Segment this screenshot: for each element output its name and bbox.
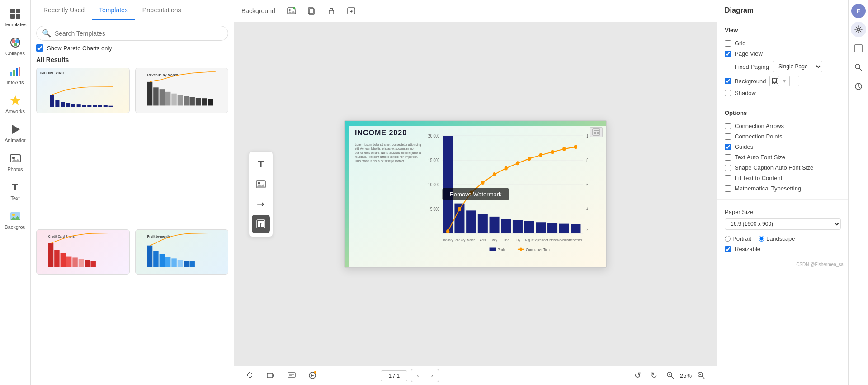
svg-rect-101	[547, 223, 557, 233]
palette-image-btn[interactable]	[252, 175, 270, 193]
sidebar-item-animations[interactable]: Animatior	[0, 119, 30, 147]
slide-corner-icon[interactable]	[590, 127, 603, 137]
sidebar-item-text[interactable]: T Text	[0, 177, 30, 204]
redo-btn[interactable]: ↻	[647, 369, 661, 382]
prev-page-btn[interactable]: ‹	[411, 369, 425, 382]
svg-rect-36	[177, 95, 182, 106]
pareto-filter-label[interactable]: Show Pareto Charts only	[47, 45, 112, 52]
guides-checkbox[interactable]	[725, 144, 731, 150]
shadow-checkbox[interactable]	[725, 90, 731, 96]
guides-label[interactable]: Guides	[735, 143, 753, 150]
svg-rect-23	[77, 104, 81, 107]
pareto-filter-checkbox[interactable]	[36, 44, 43, 52]
tab-recently-used[interactable]: Recently Used	[36, 0, 92, 20]
canvas-main: T ↗ Remove Watermark INCOME 2020 Lorem i…	[234, 22, 717, 366]
search-input[interactable]	[55, 30, 222, 37]
next-page-btn[interactable]: ›	[425, 369, 439, 382]
zoom-in-btn[interactable]	[694, 369, 708, 382]
svg-rect-11	[19, 67, 20, 76]
svg-text:15,000: 15,000	[428, 158, 439, 163]
template-card-revenue[interactable]: Revenue by Month	[135, 68, 229, 113]
sidebar-item-label: Templates	[4, 22, 26, 27]
sidebar-item-collages[interactable]: Collages	[0, 33, 30, 60]
grid-checkbox[interactable]	[725, 40, 731, 47]
palette-text-btn[interactable]: T	[252, 155, 270, 173]
svg-point-107	[481, 181, 484, 185]
page-view-checkbox[interactable]	[725, 51, 731, 57]
svg-text:Cumulative Total: Cumulative Total	[526, 247, 550, 252]
timer-btn[interactable]: ⏱	[243, 369, 257, 382]
toolbar-copy-btn[interactable]	[304, 4, 319, 18]
video-btn[interactable]	[264, 369, 278, 382]
svg-line-147	[702, 376, 704, 379]
tab-templates[interactable]: Templates	[92, 0, 135, 20]
fit-text-checkbox[interactable]	[725, 175, 731, 181]
zoom-out-btn[interactable]	[664, 369, 677, 382]
page-view-label[interactable]: Page View	[735, 50, 763, 57]
toolbar-lock-btn[interactable]	[324, 4, 339, 18]
grid-label[interactable]: Grid	[735, 40, 746, 47]
portrait-label[interactable]: Portrait	[725, 235, 751, 242]
animate-btn[interactable]	[306, 369, 319, 382]
history-btn[interactable]	[851, 79, 866, 94]
svg-rect-3	[16, 14, 20, 19]
sidebar-item-label: Text	[10, 195, 19, 201]
svg-rect-43	[48, 243, 53, 267]
background-label[interactable]: Background	[735, 78, 766, 85]
resizable-label[interactable]: Resizable	[735, 246, 760, 252]
sidebar-item-artworks[interactable]: Artworks	[0, 90, 30, 118]
svg-text:August: August	[525, 238, 534, 242]
sidebar-item-photos[interactable]: Photos	[0, 148, 30, 176]
math-typesetting-label[interactable]: Mathematical Typesetting	[735, 185, 801, 192]
svg-rect-128	[490, 247, 496, 251]
connection-points-label[interactable]: Connection Points	[735, 133, 783, 140]
toolbar-export-btn[interactable]	[344, 4, 359, 18]
color-swatch-arrow[interactable]: ▾	[783, 78, 786, 84]
shape-caption-checkbox[interactable]	[725, 165, 731, 171]
svg-rect-38	[189, 97, 194, 105]
page-view-option: Page View	[725, 48, 841, 59]
slide-canvas[interactable]: Remove Watermark INCOME 2020 Lorem ipsum…	[344, 120, 607, 268]
svg-point-6	[15, 39, 19, 43]
svg-rect-10	[16, 68, 18, 76]
sidebar-item-infoarts[interactable]: InfoArts	[0, 62, 30, 89]
palette-template-btn[interactable]	[252, 215, 270, 233]
connection-arrows-label[interactable]: Connection Arrows	[735, 123, 784, 129]
palette-arrow-btn[interactable]: ↗	[248, 191, 274, 217]
toolbar-image-btn[interactable]: +	[284, 4, 299, 18]
caption-btn[interactable]	[285, 369, 298, 382]
svg-point-108	[493, 172, 496, 176]
text-auto-font-checkbox[interactable]	[725, 154, 731, 161]
shadow-label[interactable]: Shadow	[735, 90, 756, 96]
connection-arrows-checkbox[interactable]	[725, 123, 731, 129]
resizable-checkbox[interactable]	[725, 246, 731, 252]
template-card-profit[interactable]: Profit by month	[135, 229, 229, 275]
sidebar-item-templates[interactable]: Templates	[0, 4, 30, 31]
template-card-creditcard[interactable]: Credit Card Errors	[36, 229, 130, 275]
landscape-radio[interactable]	[759, 236, 764, 242]
undo-btn[interactable]: ↺	[631, 369, 645, 382]
portrait-radio[interactable]	[725, 236, 731, 242]
search-right-btn[interactable]	[851, 60, 866, 75]
background-color-swatch[interactable]: 🖼	[769, 76, 779, 86]
shape-caption-label[interactable]: Shape Caption Auto Font Size	[735, 164, 813, 171]
slide-canvas-wrapper: Remove Watermark INCOME 2020 Lorem ipsum…	[344, 120, 607, 268]
background-checkbox[interactable]	[725, 78, 731, 84]
fullscreen-btn[interactable]	[851, 41, 866, 56]
math-typesetting-checkbox[interactable]	[725, 185, 731, 192]
paper-size-select[interactable]: 16:9 (1600 x 900) A4 Letter Custom	[725, 218, 841, 230]
tab-presentations[interactable]: Presentations	[135, 0, 189, 20]
fit-text-label[interactable]: Fit Text to Content	[735, 175, 782, 181]
connection-points-checkbox[interactable]	[725, 133, 731, 140]
svg-rect-21	[66, 103, 70, 107]
sidebar-item-background[interactable]: Backgrou	[0, 206, 30, 233]
user-avatar[interactable]: F	[851, 4, 866, 18]
fixed-paging-select[interactable]: Single Page Two Pages Continuous	[773, 61, 822, 72]
watermark-banner[interactable]: Remove Watermark	[442, 188, 509, 200]
svg-text:June: June	[503, 238, 509, 242]
settings-btn[interactable]	[851, 22, 866, 37]
text-auto-font-label[interactable]: Text Auto Font Size	[735, 154, 785, 161]
landscape-label[interactable]: Landscape	[759, 235, 795, 242]
color-swatch-white[interactable]	[789, 76, 799, 86]
template-card-income2020[interactable]: INCOME 2020	[36, 68, 130, 113]
